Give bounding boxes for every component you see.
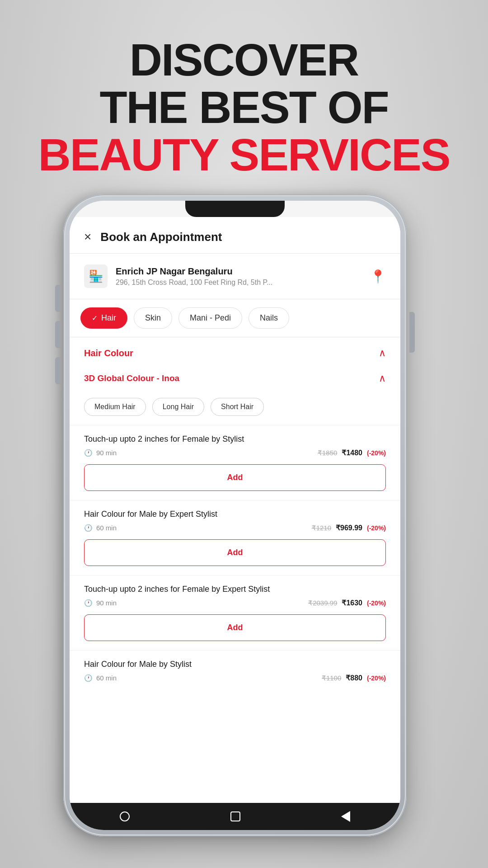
hair-colour-section-header[interactable]: Hair Colour ∧ (70, 337, 400, 366)
section-title: Hair Colour (84, 348, 133, 359)
discounted-price-3: ₹1630 (342, 599, 362, 607)
service-meta-2: 🕐 60 min ₹1210 ₹969.99 (-20%) (84, 524, 386, 532)
shop-icon: 🏪 (84, 264, 108, 288)
discount-badge-3: (-20%) (367, 599, 386, 607)
tab-nails[interactable]: Nails (249, 307, 289, 329)
original-price-4: ₹1100 (322, 674, 341, 682)
service-item-1: Touch-up upto 2 inches for Female by Sty… (70, 425, 400, 500)
hero-line3: BEAUTY SERVICES (18, 131, 470, 179)
hair-type-long[interactable]: Long Hair (152, 398, 204, 416)
original-price-3: ₹2039.99 (308, 599, 337, 607)
hero-line2: THE BEST OF (18, 84, 470, 131)
nav-home-icon[interactable] (120, 811, 130, 821)
add-button-1[interactable]: Add (84, 464, 386, 491)
service-duration-2: 🕐 60 min (84, 524, 117, 532)
service-duration-3: 🕐 90 min (84, 599, 117, 607)
duration-text-3: 90 min (96, 599, 117, 607)
tab-nails-label: Nails (260, 313, 278, 323)
tab-skin-label: Skin (145, 313, 161, 323)
clock-icon-3: 🕐 (84, 599, 93, 607)
hero-section: DISCOVER THE BEST OF BEAUTY SERVICES (0, 36, 488, 179)
service-meta-4: 🕐 60 min ₹1100 ₹880 (-20%) (84, 674, 386, 682)
clock-icon-4: 🕐 (84, 674, 93, 682)
app-header: × Book an Appointment (70, 217, 400, 254)
hair-type-medium[interactable]: Medium Hair (84, 398, 146, 416)
service-name-3: Touch-up upto 2 inches for Female by Exp… (84, 585, 386, 594)
hero-line1: DISCOVER (18, 36, 470, 84)
nav-square-icon[interactable] (230, 811, 240, 821)
hair-type-selector: Medium Hair Long Hair Short Hair (70, 391, 400, 425)
service-duration-4: 🕐 60 min (84, 674, 117, 682)
duration-text-1: 90 min (96, 449, 117, 457)
clock-icon-2: 🕐 (84, 524, 93, 532)
service-item-3: Touch-up upto 2 inches for Female by Exp… (70, 575, 400, 650)
location-icon[interactable]: 📍 (370, 269, 386, 284)
phone-notch (185, 201, 285, 217)
shop-info: 🏪 Enrich JP Nagar Bengaluru 296, 15th Cr… (70, 254, 400, 299)
tab-skin[interactable]: Skin (134, 307, 172, 329)
phone-mockup: × Book an Appointment 🏪 Enrich JP Nagar … (63, 194, 465, 836)
service-duration-1: 🕐 90 min (84, 449, 117, 457)
tab-hair[interactable]: ✓ Hair (80, 307, 127, 329)
bottom-navigation (70, 803, 400, 830)
shop-name: Enrich JP Nagar Bengaluru (116, 266, 370, 277)
service-item-2: Hair Colour for Male by Expert Stylist 🕐… (70, 500, 400, 575)
sub-section-title: 3D Global Colour - Inoa (84, 373, 179, 383)
service-price-3: ₹2039.99 ₹1630 (-20%) (308, 599, 386, 607)
clock-icon-1: 🕐 (84, 449, 93, 457)
service-name-4: Hair Colour for Male by Stylist (84, 660, 386, 669)
header-title: Book an Appointment (100, 230, 222, 244)
phone-screen: × Book an Appointment 🏪 Enrich JP Nagar … (70, 201, 400, 830)
discount-badge-1: (-20%) (367, 449, 386, 457)
service-price-1: ₹1850 ₹1480 (-20%) (318, 448, 386, 457)
service-name-1: Touch-up upto 2 inches for Female by Sty… (84, 434, 386, 444)
shop-address: 296, 15th Cross Road, 100 Feet Ring Rd, … (116, 278, 370, 287)
nav-back-icon[interactable] (341, 811, 350, 822)
category-tabs: ✓ Hair Skin Mani - Pedi Nails (70, 299, 400, 337)
sub-chevron-up-icon: ∧ (379, 373, 386, 384)
tab-hair-label: Hair (101, 313, 116, 323)
service-name-2: Hair Colour for Male by Expert Stylist (84, 509, 386, 519)
phone-frame: × Book an Appointment 🏪 Enrich JP Nagar … (63, 194, 407, 836)
discount-badge-2: (-20%) (367, 524, 386, 532)
tab-mani-pedi-label: Mani - Pedi (190, 313, 231, 323)
tab-mani-pedi[interactable]: Mani - Pedi (178, 307, 242, 329)
sub-section-header[interactable]: 3D Global Colour - Inoa ∧ (70, 366, 400, 391)
hair-type-short[interactable]: Short Hair (211, 398, 264, 416)
chevron-up-icon: ∧ (379, 347, 386, 359)
discounted-price-1: ₹1480 (342, 448, 362, 457)
service-price-2: ₹1210 ₹969.99 (-20%) (312, 524, 386, 532)
original-price-1: ₹1850 (318, 449, 337, 457)
service-list: Touch-up upto 2 inches for Female by Sty… (70, 425, 400, 698)
duration-text-4: 60 min (96, 674, 117, 682)
add-button-2[interactable]: Add (84, 539, 386, 566)
original-price-2: ₹1210 (312, 524, 331, 532)
duration-text-2: 60 min (96, 524, 117, 532)
service-item-4: Hair Colour for Male by Stylist 🕐 60 min… (70, 650, 400, 698)
discounted-price-2: ₹969.99 (336, 524, 362, 532)
service-meta-1: 🕐 90 min ₹1850 ₹1480 (-20%) (84, 448, 386, 457)
discount-badge-4: (-20%) (367, 675, 386, 682)
discounted-price-4: ₹880 (346, 674, 362, 682)
shop-details: Enrich JP Nagar Bengaluru 296, 15th Cros… (116, 266, 370, 287)
add-button-3[interactable]: Add (84, 614, 386, 641)
check-icon: ✓ (92, 314, 98, 322)
close-button[interactable]: × (84, 230, 91, 244)
service-price-4: ₹1100 ₹880 (-20%) (322, 674, 386, 682)
service-meta-3: 🕐 90 min ₹2039.99 ₹1630 (-20%) (84, 599, 386, 607)
app-content: × Book an Appointment 🏪 Enrich JP Nagar … (70, 217, 400, 830)
